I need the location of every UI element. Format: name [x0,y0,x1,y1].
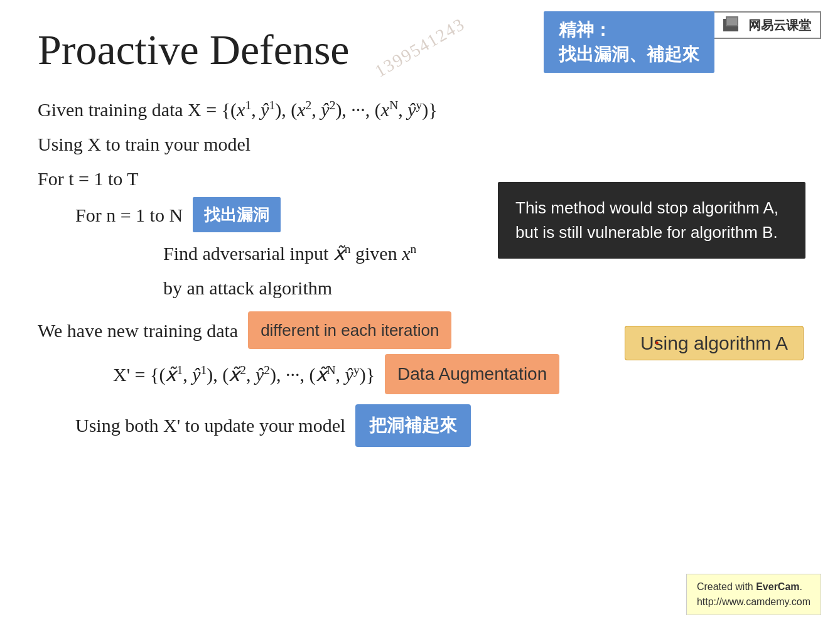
using-both-text: Using both X' to update your model [75,409,345,441]
using-algorithm-a-badge: Us●ing algorithm A [625,326,804,360]
dark-box: This method would stop algorithm A, but … [498,182,805,259]
credit-line1: Created with EverCam. [697,579,810,594]
svg-rect-2 [727,18,737,25]
data-augmentation-badge: Data Augmentation [385,354,559,394]
logo-icon [723,16,743,34]
given-training-text: Given training data X = {(x1, ŷ1), (x2, … [38,94,438,126]
using-x-text: Using X to train your model [38,128,250,160]
using-x-line: Using X to train your model [38,128,802,160]
credit-box: Created with EverCam. http://www.camdemy… [686,574,821,615]
content-area: Given training data X = {(x1, ŷ1), (x2, … [38,94,802,447]
for-n-text: For n = 1 to N [75,199,183,231]
for-t-text: For t = 1 to T [38,163,139,195]
using-algorithm-a-container: Us●ing algorithm A [625,333,804,354]
cursor-dot: s● [654,333,664,353]
find-adv-text1: Find adversarial input x̃n given xn [163,237,416,269]
spirit-line1: 精神： [559,18,699,42]
we-have-text: We have new training data [38,314,238,347]
spirit-line2: 找出漏洞、補起來 [559,42,699,67]
slide: 1399541243 网易云课堂 精神： 找出漏洞、補起來 Proactive … [0,0,840,629]
find-hole-badge: 找出漏洞 [193,197,281,232]
find-adv-text2: by an attack algorithm [163,272,332,304]
x-prime-text: X' = {(x̃1, ŷ1), (x̃2, ŷ2), ···, (x̃N, ŷ… [113,358,375,390]
find-adv-line2: by an attack algorithm [163,272,802,304]
using-both-line: Using both X' to update your model 把洞補起來 [75,404,802,447]
logo-text: 网易云课堂 [748,17,811,34]
logo-box: 网易云课堂 [713,11,821,39]
spirit-box: 精神： 找出漏洞、補起來 [544,11,714,73]
given-training-line: Given training data X = {(x1, ŷ1), (x2, … [38,94,802,126]
credit-line2: http://www.camdemy.com [697,594,810,610]
fill-hole-badge: 把洞補起來 [355,404,471,447]
different-each-badge: different in each iteration [248,311,451,349]
